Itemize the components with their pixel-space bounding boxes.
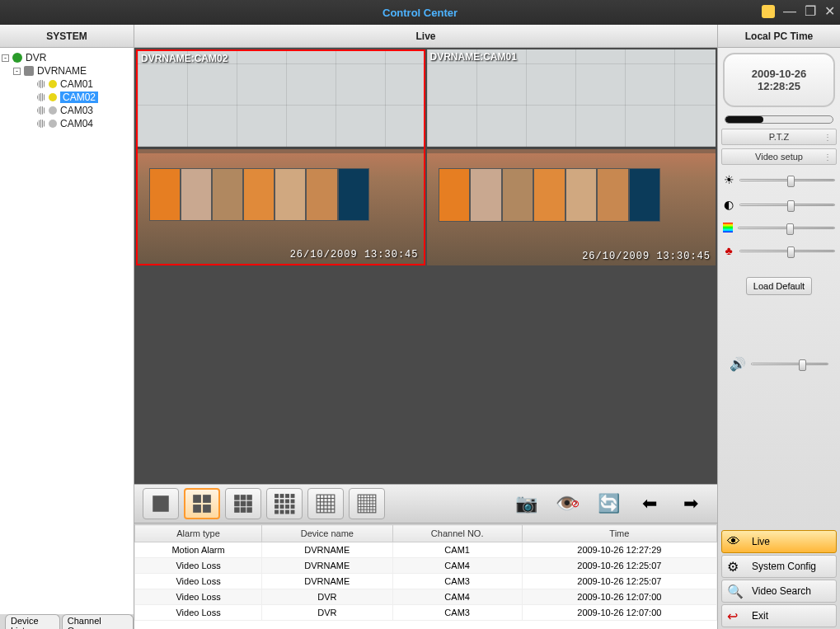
load-default-button[interactable]: Load Default	[746, 277, 812, 295]
svg-rect-24	[285, 505, 289, 509]
table-row[interactable]: Motion AlarmDVRNAMECAM12009-10-26 12:27:…	[135, 542, 717, 558]
svg-rect-14	[275, 494, 279, 498]
layout-36-button[interactable]	[349, 488, 385, 519]
col-channel-no[interactable]: Channel NO.	[392, 525, 522, 542]
titlebar: Control Center — ❐ ✕	[0, 0, 840, 25]
volume-slider[interactable]	[751, 363, 828, 365]
contrast-icon: ◐	[723, 198, 734, 211]
table-row[interactable]: Video LossDVRNAMECAM42009-10-26 12:25:07	[135, 558, 717, 574]
cam-label: DVRNAME:CAM01	[430, 51, 517, 63]
device-tree[interactable]: -DVR -DVRNAME CAM01 CAM02 CAM03 CAM04	[0, 48, 134, 614]
svg-rect-9	[241, 501, 246, 507]
hue-slider[interactable]	[738, 227, 835, 229]
svg-rect-10	[246, 501, 252, 507]
saturation-slider[interactable]	[739, 250, 835, 252]
svg-rect-18	[275, 500, 279, 504]
svg-rect-13	[246, 507, 252, 513]
svg-rect-26	[275, 510, 279, 514]
dvr-icon	[24, 66, 34, 76]
tree-camera[interactable]: CAM02	[2, 91, 132, 104]
ptz-header[interactable]: P.T.Z	[721, 129, 837, 145]
svg-rect-12	[241, 507, 246, 513]
video-cell-2[interactable]	[136, 267, 425, 483]
minimize-icon[interactable]: —	[783, 4, 796, 19]
table-row[interactable]: Video LossDVRCAM42009-10-26 12:07:00	[135, 589, 717, 605]
system-panel: SYSTEM -DVR -DVRNAME CAM01 CAM02 CAM03 C…	[0, 25, 134, 629]
video-cell-0[interactable]: DVRNAME:CAM02 26/10/2009 13:30:45	[136, 49, 425, 265]
col-alarm-type[interactable]: Alarm type	[135, 525, 262, 542]
svg-rect-20	[285, 500, 289, 504]
svg-rect-16	[285, 494, 289, 498]
nav-search-button[interactable]: 🔍Video Search	[721, 580, 837, 603]
snapshot-button[interactable]: 📷	[508, 488, 544, 519]
col-device-name[interactable]: Device name	[262, 525, 392, 542]
refresh-button[interactable]: 🔄	[590, 488, 626, 519]
svg-rect-2	[203, 495, 211, 503]
video-setup-header[interactable]: Video setup	[721, 148, 837, 165]
tab-channel-group[interactable]: Channel Group	[62, 614, 134, 629]
next-page-button[interactable]: ➡	[673, 488, 709, 519]
svg-rect-30	[317, 495, 335, 513]
brightness-slider[interactable]	[739, 179, 835, 181]
tree-tabs: Device List Channel Group	[0, 614, 134, 629]
layout-9-button[interactable]	[225, 488, 261, 519]
layout-4-button[interactable]	[184, 488, 220, 519]
tree-camera[interactable]: CAM01	[2, 77, 132, 91]
cam-timestamp: 26/10/2009 13:30:45	[582, 251, 711, 262]
search-icon: 🔍	[727, 584, 745, 599]
layout-1-button[interactable]	[143, 488, 179, 519]
live-header: Live	[134, 25, 717, 48]
svg-rect-6	[241, 495, 246, 500]
layout-16-button[interactable]	[266, 488, 303, 519]
exit-icon: ↩	[727, 608, 745, 624]
contrast-slider[interactable]	[739, 204, 835, 206]
globe-icon	[12, 53, 22, 63]
brightness-icon: ☀	[723, 173, 734, 186]
tree-camera[interactable]: CAM03	[2, 104, 132, 117]
close-icon[interactable]: ✕	[824, 3, 835, 19]
svg-rect-23	[280, 505, 284, 509]
video-grid: DVRNAME:CAM02 26/10/2009 13:30:45 DVRNAM…	[134, 48, 717, 484]
svg-rect-29	[291, 510, 295, 514]
stripes-icon	[37, 80, 45, 88]
stop-view-button[interactable]: 👁️⊘	[549, 488, 585, 519]
svg-rect-17	[291, 494, 295, 498]
svg-rect-8	[234, 501, 240, 507]
clock-date: 2009-10-26	[752, 68, 807, 80]
cam-timestamp: 26/10/2009 13:30:45	[290, 249, 419, 261]
cam-label: DVRNAME:CAM02	[141, 53, 228, 64]
nav-buttons: 👁Live ⚙System Config 🔍Video Search ↩Exit	[718, 528, 840, 629]
svg-rect-3	[193, 505, 201, 513]
table-row[interactable]: Video LossDVRCAM32009-10-26 12:07:00	[135, 605, 717, 621]
maximize-icon[interactable]: ❐	[805, 3, 816, 19]
tree-device[interactable]: -DVRNAME	[2, 64, 132, 77]
table-row[interactable]: Video LossDVRNAMECAM32009-10-26 12:25:07	[135, 574, 717, 589]
svg-rect-11	[234, 507, 240, 513]
svg-rect-28	[285, 510, 289, 514]
volume-icon: 🔊	[730, 356, 746, 372]
nav-live-button[interactable]: 👁Live	[721, 530, 837, 553]
video-cell-3[interactable]	[427, 267, 716, 483]
nav-config-button[interactable]: ⚙System Config	[721, 555, 837, 578]
video-cell-1[interactable]: DVRNAME:CAM01 26/10/2009 13:30:45	[427, 49, 716, 265]
eye-icon: 👁	[727, 534, 745, 549]
prev-page-button[interactable]: ⬅	[631, 488, 668, 519]
tab-device-list[interactable]: Device List	[5, 614, 60, 629]
tree-camera[interactable]: CAM04	[2, 117, 132, 130]
system-header: SYSTEM	[0, 25, 134, 48]
col-time[interactable]: Time	[522, 525, 716, 542]
window-controls: — ❐ ✕	[762, 3, 835, 19]
svg-rect-7	[246, 495, 252, 500]
status-led	[49, 106, 57, 115]
svg-rect-15	[280, 494, 284, 498]
nav-exit-button[interactable]: ↩Exit	[721, 604, 837, 627]
tree-root[interactable]: -DVR	[2, 51, 132, 64]
svg-rect-1	[193, 495, 201, 503]
svg-rect-4	[203, 505, 211, 513]
clock: 2009-10-26 12:28:25	[723, 53, 835, 107]
layout-25-button[interactable]	[307, 488, 344, 519]
stripes-icon	[37, 106, 45, 115]
stripes-icon	[37, 93, 45, 101]
lock-icon[interactable]	[762, 5, 775, 18]
svg-rect-5	[234, 495, 240, 500]
